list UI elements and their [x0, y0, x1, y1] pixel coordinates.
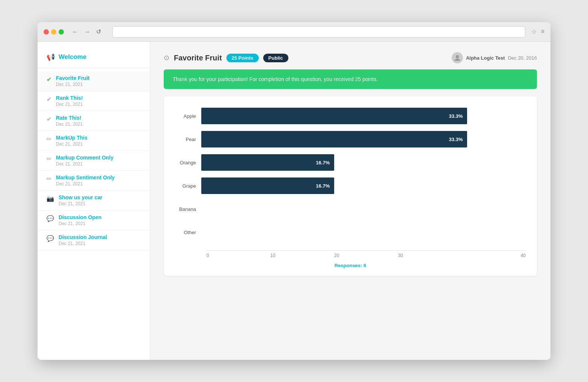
sidebar-item-content: Discussion Journal Dec 21, 2021 — [59, 234, 107, 246]
sidebar-item-content: Rate This! Dec 21, 2021 — [56, 115, 83, 127]
bar-track: 33.3% — [201, 108, 526, 124]
x-tick: 0 — [207, 251, 270, 258]
bar-label: Orange — [175, 160, 201, 165]
bar-row: Other — [175, 224, 526, 241]
author-info: Alpha Logic Test Dec 20, 2016 — [452, 52, 537, 63]
sidebar-item-title: MarkUp This — [56, 135, 87, 141]
sidebar-item-title: Markup Comment Only — [56, 155, 113, 161]
pencil-icon: ✏ — [47, 155, 51, 162]
sidebar-item-date: Dec 21, 2021 — [56, 82, 89, 87]
sidebar-item-rate-this[interactable]: ✔ Rate This! Dec 21, 2021 — [38, 111, 150, 131]
bar-row: Orange16.7% — [175, 154, 526, 171]
sidebar-item-date: Dec 21, 2021 — [59, 221, 101, 226]
sidebar-item-content: Markup Comment Only Dec 21, 2021 — [56, 155, 113, 167]
sidebar-item-title: Rate This! — [56, 115, 83, 121]
public-badge: Public — [263, 54, 288, 62]
sidebar-item-markup-this[interactable]: ✏ MarkUp This Dec 21, 2021 — [38, 131, 150, 151]
bar-label: Grape — [175, 183, 201, 189]
sidebar-item-date: Dec 21, 2021 — [59, 241, 107, 246]
sidebar-item-title: Markup Sentiment Only — [56, 174, 115, 180]
author-name: Alpha Logic Test — [466, 55, 505, 61]
refresh-button[interactable]: ↺ — [94, 27, 103, 37]
checked-green-icon: ✔ — [47, 76, 51, 83]
pencil-icon: ✏ — [47, 135, 51, 143]
bar-track — [201, 224, 526, 241]
browser-window: ← → ↺ ☆ ≡ 📢 Welcome ✔ Favorite Fruit Dec… — [38, 22, 550, 360]
sidebar-item-content: Discussion Open Dec 21, 2021 — [59, 214, 101, 226]
sidebar-item-date: Dec 21, 2021 — [56, 161, 113, 167]
sidebar-item-date: Dec 21, 2021 — [56, 102, 83, 107]
sidebar-item-date: Dec 21, 2021 — [59, 201, 103, 206]
bar-value: 16.7% — [316, 183, 330, 189]
minimize-button[interactable] — [51, 29, 56, 35]
sidebar-item-markup-sentiment-only[interactable]: ✏ Markup Sentiment Only Dec 21, 2021 — [38, 171, 150, 191]
bar-fill: 16.7% — [201, 154, 334, 171]
welcome-label: Welcome — [59, 53, 86, 61]
x-tick: 40 — [462, 251, 526, 258]
x-axis: 010203040 — [207, 250, 526, 258]
sidebar-item-content: Show us your car Dec 21, 2021 — [59, 194, 103, 206]
sidebar-item-favorite-fruit[interactable]: ✔ Favorite Fruit Dec 21, 2021 — [38, 71, 150, 91]
bar-track — [201, 201, 526, 217]
close-button[interactable] — [44, 29, 49, 35]
browser-icons: ☆ ≡ — [531, 28, 544, 35]
pencil-icon: ✏ — [47, 175, 51, 182]
bar-track: 33.3% — [201, 131, 526, 147]
chart-container: Apple33.3%Pear33.3%Orange16.7%Grape16.7%… — [164, 96, 537, 276]
bar-track: 16.7% — [201, 154, 526, 171]
app-container: 📢 Welcome ✔ Favorite Fruit Dec 21, 2021 … — [38, 42, 550, 360]
bar-chart: Apple33.3%Pear33.3%Orange16.7%Grape16.7%… — [175, 108, 526, 258]
sidebar-item-discussion-journal[interactable]: 💬 Discussion Journal Dec 21, 2021 — [38, 230, 150, 250]
sidebar-item-title: Rank This! — [56, 95, 83, 101]
back-button[interactable]: ← — [70, 27, 80, 37]
points-badge: 25 Points — [226, 54, 259, 62]
success-banner: Thank you for your participation! For co… — [164, 69, 537, 89]
question-title-row: ⊙ Favorite Fruit 25 Points Public — [164, 54, 288, 62]
forward-button[interactable]: → — [82, 27, 92, 37]
title-bar: ← → ↺ ☆ ≡ — [38, 22, 550, 42]
bar-fill: 16.7% — [201, 177, 334, 194]
bar-row: Banana — [175, 201, 526, 217]
sidebar-item-rank-this[interactable]: ✔ Rank This! Dec 21, 2021 — [38, 91, 150, 111]
bar-label: Other — [175, 230, 201, 235]
bar-track: 16.7% — [201, 177, 526, 194]
welcome-icon: 📢 — [47, 53, 55, 61]
bar-value: 33.3% — [449, 137, 463, 142]
svg-point-0 — [456, 55, 459, 58]
bar-value: 33.3% — [449, 113, 463, 119]
sidebar-item-content: Markup Sentiment Only Dec 21, 2021 — [56, 174, 115, 186]
author-avatar — [452, 52, 463, 63]
address-bar[interactable] — [112, 26, 525, 38]
sidebar-item-show-car[interactable]: 📷 Show us your car Dec 21, 2021 — [38, 191, 150, 211]
sidebar-item-discussion-open[interactable]: 💬 Discussion Open Dec 21, 2021 — [38, 211, 150, 230]
sidebar-item-markup-comment-only[interactable]: ✏ Markup Comment Only Dec 21, 2021 — [38, 151, 150, 171]
bar-fill: 33.3% — [201, 131, 467, 147]
sidebar-item-title: Discussion Open — [59, 214, 101, 220]
sidebar: 📢 Welcome ✔ Favorite Fruit Dec 21, 2021 … — [38, 42, 150, 360]
bar-row: Pear33.3% — [175, 131, 526, 147]
x-tick: 10 — [270, 251, 334, 258]
sidebar-welcome[interactable]: 📢 Welcome — [38, 49, 150, 68]
menu-icon[interactable]: ≡ — [541, 28, 544, 35]
checked-gray-icon: ✔ — [47, 116, 51, 123]
x-tick: 20 — [334, 251, 398, 258]
sidebar-item-content: Favorite Fruit Dec 21, 2021 — [56, 75, 89, 87]
chat-icon: 💬 — [47, 215, 54, 222]
sidebar-item-date: Dec 21, 2021 — [56, 181, 115, 186]
author-date: Dec 20, 2016 — [508, 55, 537, 61]
checked-gray-icon: ✔ — [47, 96, 51, 103]
main-panel: ⊙ Favorite Fruit 25 Points Public Alpha … — [150, 42, 550, 360]
traffic-lights — [44, 29, 64, 35]
bar-label: Apple — [175, 113, 201, 119]
bar-row: Grape16.7% — [175, 177, 526, 194]
responses-label: Responses: 6 — [175, 263, 526, 268]
question-type-icon: ⊙ — [164, 54, 169, 62]
maximize-button[interactable] — [59, 29, 64, 35]
sidebar-item-title: Show us your car — [59, 194, 103, 200]
bar-fill: 33.3% — [201, 108, 467, 124]
bar-label: Pear — [175, 137, 201, 142]
bookmark-icon[interactable]: ☆ — [531, 28, 537, 35]
chat-icon: 💬 — [47, 235, 54, 242]
bar-value: 16.7% — [316, 160, 330, 165]
question-title: Favorite Fruit — [174, 54, 222, 62]
